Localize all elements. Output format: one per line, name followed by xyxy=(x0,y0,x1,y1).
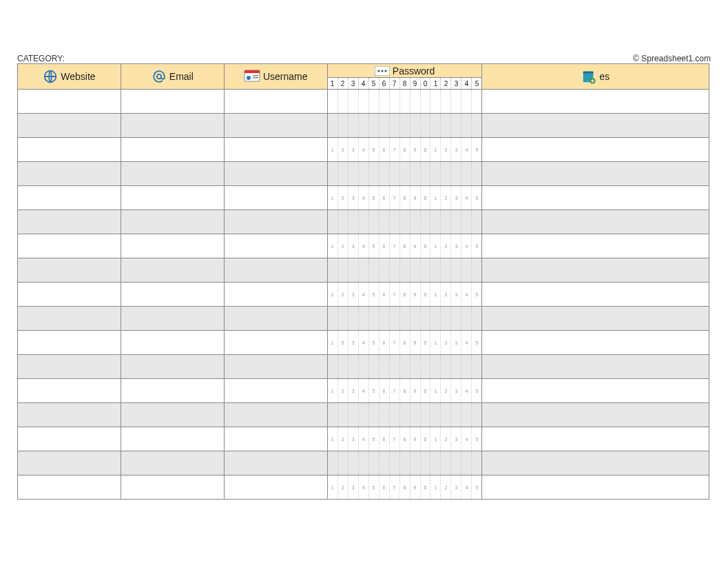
notes-cell[interactable] xyxy=(482,162,709,186)
password-cell[interactable]: 123456789012345 xyxy=(327,138,482,162)
website-cell[interactable] xyxy=(18,355,121,379)
email-cell[interactable] xyxy=(121,331,224,355)
username-cell[interactable] xyxy=(224,355,327,379)
password-char-slot xyxy=(472,258,481,282)
website-cell[interactable] xyxy=(18,162,121,186)
password-cell[interactable]: 123456789012345 xyxy=(327,427,482,451)
password-cell[interactable] xyxy=(327,403,482,427)
password-cell[interactable] xyxy=(327,307,482,331)
website-cell[interactable] xyxy=(18,475,121,500)
password-char-slot: 8 xyxy=(400,234,410,258)
website-cell[interactable] xyxy=(18,451,121,475)
username-cell[interactable] xyxy=(224,186,327,210)
username-cell[interactable] xyxy=(224,258,327,283)
website-cell[interactable] xyxy=(18,186,121,210)
username-cell[interactable] xyxy=(224,307,327,331)
website-cell[interactable] xyxy=(18,283,121,307)
password-cell[interactable] xyxy=(327,114,482,138)
password-char-slot xyxy=(379,355,390,378)
password-char-slot: 0 xyxy=(421,138,431,161)
username-cell[interactable] xyxy=(224,138,327,162)
notes-cell[interactable] xyxy=(482,210,709,234)
notes-cell[interactable] xyxy=(482,307,709,331)
password-char-slot xyxy=(338,162,349,185)
password-cell[interactable]: 123456789012345 xyxy=(327,186,482,210)
password-cell[interactable] xyxy=(327,355,482,379)
password-cell[interactable] xyxy=(327,162,482,186)
email-cell[interactable] xyxy=(121,90,224,114)
username-cell[interactable] xyxy=(224,331,327,355)
username-cell[interactable] xyxy=(224,90,327,114)
notes-cell[interactable] xyxy=(482,475,709,500)
password-cell[interactable]: 123456789012345 xyxy=(327,283,482,307)
website-cell[interactable] xyxy=(18,234,121,258)
notes-cell[interactable] xyxy=(482,355,709,379)
username-cell[interactable] xyxy=(224,403,327,427)
email-cell[interactable] xyxy=(121,234,224,258)
password-char-slot: 3 xyxy=(349,475,359,499)
notes-cell[interactable] xyxy=(482,403,709,427)
notes-cell[interactable] xyxy=(482,234,709,258)
website-cell[interactable] xyxy=(18,379,121,403)
email-cell[interactable] xyxy=(121,451,224,475)
email-cell[interactable] xyxy=(121,114,224,138)
password-cell[interactable] xyxy=(327,210,482,234)
website-cell[interactable] xyxy=(18,403,121,427)
username-cell[interactable] xyxy=(224,379,327,403)
email-cell[interactable] xyxy=(121,283,224,307)
website-cell[interactable] xyxy=(18,427,121,451)
notes-cell[interactable] xyxy=(482,283,709,307)
email-cell[interactable] xyxy=(121,379,224,403)
notes-cell[interactable] xyxy=(482,90,709,114)
table-row: 123456789012345 xyxy=(18,283,709,307)
password-cell[interactable]: 123456789012345 xyxy=(327,475,482,500)
website-cell[interactable] xyxy=(18,258,121,283)
email-cell[interactable] xyxy=(121,138,224,162)
password-char-slot xyxy=(349,451,359,475)
password-char-slot: 6 xyxy=(379,427,390,451)
username-cell[interactable] xyxy=(224,210,327,234)
password-char-slot: 1 xyxy=(328,234,338,258)
notes-cell[interactable] xyxy=(482,451,709,475)
email-cell[interactable] xyxy=(121,403,224,427)
username-cell[interactable] xyxy=(224,475,327,500)
notes-cell[interactable] xyxy=(482,379,709,403)
password-cell[interactable]: 123456789012345 xyxy=(327,234,482,258)
website-cell[interactable] xyxy=(18,210,121,234)
email-cell[interactable] xyxy=(121,355,224,379)
email-cell[interactable] xyxy=(121,210,224,234)
password-cell[interactable] xyxy=(327,90,482,114)
password-cell[interactable]: 123456789012345 xyxy=(327,379,482,403)
website-cell[interactable] xyxy=(18,114,121,138)
notes-cell[interactable] xyxy=(482,114,709,138)
website-cell[interactable] xyxy=(18,307,121,331)
email-cell[interactable] xyxy=(121,162,224,186)
username-cell[interactable] xyxy=(224,427,327,451)
website-cell[interactable] xyxy=(18,331,121,355)
email-cell[interactable] xyxy=(121,427,224,451)
password-char-slot: 3 xyxy=(451,379,461,402)
username-cell[interactable] xyxy=(224,451,327,475)
username-cell[interactable] xyxy=(224,162,327,186)
header-row: Website Email Username xyxy=(18,64,709,90)
website-cell[interactable] xyxy=(18,90,121,114)
notes-cell[interactable] xyxy=(482,258,709,283)
email-cell[interactable] xyxy=(121,475,224,500)
website-cell[interactable] xyxy=(18,138,121,162)
notes-cell[interactable] xyxy=(482,331,709,355)
email-cell[interactable] xyxy=(121,258,224,283)
username-cell[interactable] xyxy=(224,283,327,307)
username-cell[interactable] xyxy=(224,114,327,138)
password-cell[interactable] xyxy=(327,451,482,475)
username-cell[interactable] xyxy=(224,234,327,258)
password-cell[interactable]: 123456789012345 xyxy=(327,331,482,355)
notes-cell[interactable] xyxy=(482,138,709,162)
password-char-slot: 8 xyxy=(400,427,410,451)
notes-cell[interactable] xyxy=(482,427,709,451)
email-cell[interactable] xyxy=(121,186,224,210)
password-cell[interactable] xyxy=(327,258,482,283)
password-char-slot: 9 xyxy=(410,186,421,209)
notes-cell[interactable] xyxy=(482,186,709,210)
email-cell[interactable] xyxy=(121,307,224,331)
password-char-slot xyxy=(461,403,472,427)
